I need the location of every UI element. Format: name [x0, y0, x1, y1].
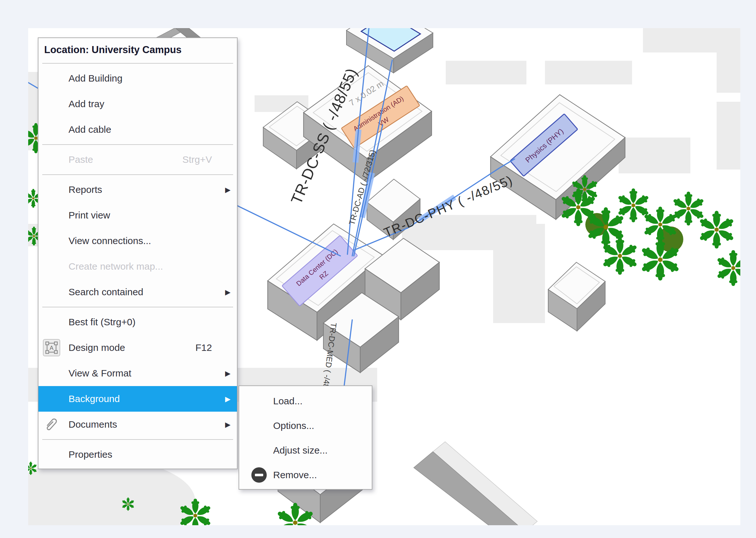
menu-item-create-network-map: Create network map... [38, 254, 237, 279]
submenu-arrow-icon: ▶ [225, 280, 230, 305]
menu-item-label: Add Building [69, 73, 122, 83]
menu-item-label: Add tray [69, 98, 104, 109]
menu-item-label: Options... [273, 420, 314, 431]
menu-item-documents[interactable]: Documents ▶ [38, 412, 237, 437]
menu-item-label: Print view [69, 210, 110, 220]
menu-item-view-format[interactable]: View & Format ▶ [38, 360, 237, 386]
menu-item-label: Adjust size... [273, 445, 328, 456]
menu-item-search-contained[interactable]: Search contained ▶ [38, 279, 237, 305]
menu-item-label: Load... [273, 396, 303, 406]
submenu-arrow-icon: ▶ [225, 361, 230, 386]
menu-separator [42, 63, 233, 64]
menu-item-add-cable[interactable]: Add cable [38, 117, 237, 142]
menu-separator [42, 144, 233, 145]
menu-item-add-tray[interactable]: Add tray [38, 91, 237, 117]
submenu-item-adjust-size[interactable]: Adjust size... [239, 438, 372, 462]
menu-item-label: Create network map... [69, 261, 163, 272]
app-window: Administration (AD) VW Physics (PHY) Dat… [0, 0, 756, 538]
menu-item-paste: Paste Strg+V [38, 147, 237, 172]
svg-text:A: A [50, 345, 53, 351]
menu-item-print-view[interactable]: Print view [38, 202, 237, 228]
menu-item-label: Remove... [273, 469, 317, 480]
menu-item-design-mode[interactable]: A Design mode F12 [38, 335, 237, 360]
submenu-item-options[interactable]: Options... [239, 413, 372, 438]
menu-item-label: Background [69, 394, 120, 404]
minus-circle-icon [251, 467, 267, 492]
menu-item-label: View connections... [69, 236, 151, 246]
menu-item-background[interactable]: Background ▶ [38, 386, 237, 412]
menu-item-label: Paste [69, 154, 93, 165]
menu-separator [42, 307, 233, 307]
submenu-arrow-icon: ▶ [225, 412, 230, 438]
submenu-item-remove[interactable]: Remove... [239, 462, 372, 487]
menu-item-label: Documents [69, 419, 117, 430]
design-mode-icon: A [43, 339, 60, 356]
menu-item-best-fit[interactable]: Best fit (Strg+0) [38, 309, 237, 335]
shortcut-label: F12 [195, 335, 212, 360]
submenu-item-load[interactable]: Load... [239, 389, 372, 413]
menu-item-label: Add cable [69, 124, 111, 134]
submenu-arrow-icon: ▶ [225, 177, 230, 203]
menu-item-label: Best fit (Strg+0) [69, 317, 135, 327]
paperclip-icon [43, 416, 60, 442]
context-menu: Location: University Campus Add Building… [38, 37, 238, 469]
menu-item-label: Search contained [69, 287, 144, 297]
menu-item-view-connections[interactable]: View connections... [38, 228, 237, 254]
shortcut-label: Strg+V [182, 147, 212, 172]
menu-separator [42, 174, 233, 175]
submenu-arrow-icon: ▶ [225, 386, 230, 412]
menu-item-add-building[interactable]: Add Building [38, 66, 237, 91]
menu-item-label: Properties [69, 449, 112, 459]
menu-item-properties[interactable]: Properties [38, 442, 237, 467]
menu-item-reports[interactable]: Reports ▶ [38, 177, 237, 202]
menu-separator [42, 439, 233, 440]
menu-item-label: Design mode [69, 342, 125, 353]
context-menu-header: Location: University Campus [38, 38, 237, 61]
menu-item-label: View & Format [69, 368, 131, 378]
menu-item-label: Reports [69, 184, 102, 195]
background-submenu: Load... Options... Adjust size... Remove… [238, 385, 372, 490]
